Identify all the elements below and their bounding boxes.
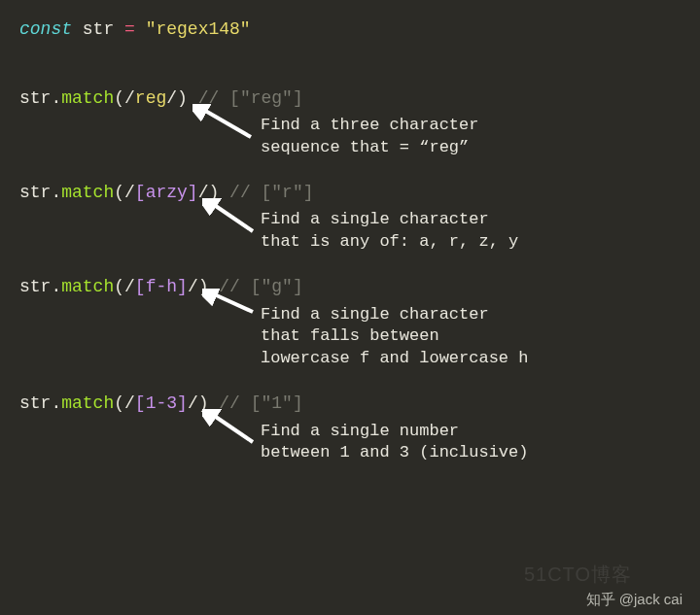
code-line-4: str.match(/[1-3]/) // ["1"] xyxy=(19,392,681,416)
op-equals: = xyxy=(124,19,135,39)
regex-literal: reg xyxy=(135,88,166,108)
method-match: match xyxy=(61,277,114,296)
example-block-1: str.match(/reg/) // ["reg"] Find a three… xyxy=(19,86,681,159)
annotation-1: Find a three character sequence that = “… xyxy=(261,115,681,159)
method-match: match xyxy=(61,183,114,202)
comment-result: // ["1"] xyxy=(209,393,303,413)
method-match: match xyxy=(61,88,114,108)
example-block-4: str.match(/[1-3]/) // ["1"] Find a singl… xyxy=(19,392,681,464)
annotation-2: Find a single character that is any of: … xyxy=(261,209,681,254)
watermark: 知乎 @jack cai xyxy=(586,591,682,609)
svg-line-0 xyxy=(200,108,251,137)
annotation-3: Find a single character that falls betwe… xyxy=(261,304,681,371)
annotation-4: Find a single number between 1 and 3 (in… xyxy=(261,421,681,465)
watermark-background: 51CTO博客 xyxy=(524,562,632,588)
declaration-line: const str = "regex148" xyxy=(19,17,681,42)
example-block-3: str.match(/[f-h]/) // ["g"] Find a singl… xyxy=(19,275,681,370)
regex-charclass: [arzy] xyxy=(135,183,198,202)
comment-result: // ["r"] xyxy=(219,183,313,202)
regex-charclass: [1-3] xyxy=(135,393,188,413)
svg-line-1 xyxy=(210,202,253,231)
example-block-2: str.match(/[arzy]/) // ["r"] Find a sing… xyxy=(19,181,681,254)
code-line-1: str.match(/reg/) // ["reg"] xyxy=(19,86,681,111)
regex-charclass: [f-h] xyxy=(135,277,188,296)
comment-result: // ["reg"] xyxy=(188,88,303,108)
svg-line-3 xyxy=(210,413,253,442)
code-line-3: str.match(/[f-h]/) // ["g"] xyxy=(19,275,681,299)
string-literal: "regex148" xyxy=(135,19,251,39)
keyword-const: const xyxy=(19,19,72,39)
code-line-2: str.match(/[arzy]/) // ["r"] xyxy=(19,181,681,205)
method-match: match xyxy=(61,393,114,413)
comment-result: // ["g"] xyxy=(209,277,303,296)
var-name: str xyxy=(72,19,124,39)
